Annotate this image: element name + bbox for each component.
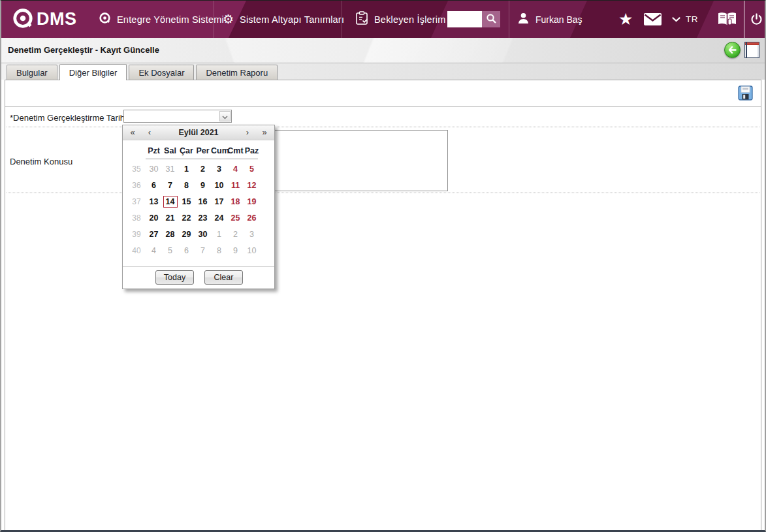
search-button[interactable] [482, 11, 500, 27]
window-icon-edge [746, 42, 747, 57]
calendar-day[interactable]: 6 [178, 245, 195, 257]
calendar-day[interactable]: 16 [195, 196, 211, 208]
back-button[interactable] [724, 42, 741, 58]
week-number: 40 [127, 246, 146, 255]
date-picker-popup: « ‹ Eylül 2021 › » PztSalÇarPerCumCmtPaz… [122, 125, 275, 289]
today-button[interactable]: Today [155, 270, 194, 285]
calendar-day[interactable]: 1 [178, 163, 195, 175]
calendar-day[interactable]: 30 [146, 163, 162, 175]
calendar-day[interactable]: 27 [146, 228, 162, 240]
calendar-day-number: 2 [196, 163, 210, 175]
calendar-day-number: 19 [245, 196, 259, 208]
calendar-day-header: Per [195, 146, 211, 155]
calendar-day[interactable]: 2 [195, 163, 211, 175]
calendar-day-number: 8 [212, 245, 227, 257]
tab-ek-dosyalar[interactable]: Ek Dosyalar [129, 65, 194, 80]
calendar-day-number: 10 [212, 180, 227, 191]
calendar-day-number: 12 [245, 180, 259, 191]
calendar-day[interactable]: 30 [195, 228, 211, 240]
calendar-day-number: 6 [147, 180, 161, 191]
calendar-day[interactable]: 22 [178, 212, 195, 224]
calendar-day-header: Paz [244, 146, 260, 155]
calendar-week-row: 3713141516171819 [127, 193, 274, 210]
menu-item-label: Bekleyen İşlerim [374, 14, 446, 25]
user-menu[interactable]: Furkan Baş [517, 1, 582, 38]
calendar-day[interactable]: 4 [146, 245, 162, 257]
tab-denetim-raporu[interactable]: Denetim Raporu [196, 65, 278, 80]
calendar-day[interactable]: 11 [227, 180, 244, 191]
save-button[interactable] [737, 86, 753, 102]
next-month-button[interactable]: › [242, 125, 253, 140]
prev-month-button[interactable]: ‹ [144, 125, 155, 140]
tab-diger-bilgiler[interactable]: Diğer Bilgiler [59, 64, 127, 80]
menu-separator [342, 1, 342, 38]
calendar-day[interactable]: 7 [162, 180, 178, 191]
calendar-day[interactable]: 2 [227, 228, 244, 240]
calendar-day[interactable]: 5 [162, 245, 178, 257]
calendar-day[interactable]: 25 [227, 212, 244, 224]
calendar-day[interactable]: 24 [211, 212, 227, 224]
calendar-day[interactable]: 13 [146, 196, 162, 208]
calendar-day-number: 31 [163, 163, 178, 175]
tab-bulgular[interactable]: Bulgular [7, 65, 57, 80]
messages-mail-icon[interactable] [644, 1, 662, 38]
calendar-day[interactable]: 8 [211, 245, 227, 257]
calendar-day[interactable]: 26 [244, 212, 260, 224]
calendar-day[interactable]: 7 [195, 245, 211, 257]
calendar-day[interactable]: 12 [244, 180, 260, 191]
calendar-day[interactable]: 6 [146, 180, 162, 191]
calendar-day-header: Cum [211, 146, 227, 155]
calendar-day-today[interactable]: 14 [162, 196, 178, 208]
calendar-day[interactable]: 5 [244, 163, 260, 175]
date-dropdown-button[interactable] [219, 111, 231, 121]
calendar-day[interactable]: 29 [178, 228, 195, 240]
calendar-day[interactable]: 28 [162, 228, 178, 240]
calendar-grid: PztSalÇarPerCumCmtPaz3530311234536678910… [123, 140, 274, 266]
search-input[interactable] [447, 11, 482, 27]
calendar-day[interactable]: 18 [227, 196, 244, 208]
calendar-day[interactable]: 21 [162, 212, 178, 224]
calendar-day[interactable]: 31 [162, 163, 178, 175]
calendar-day[interactable]: 17 [211, 196, 227, 208]
favorites-star-icon[interactable]: ★ [618, 1, 633, 38]
help-book-icon[interactable] [717, 1, 737, 38]
qdms-logo[interactable]: DMS [12, 1, 77, 38]
calendar-day[interactable]: 9 [195, 180, 211, 191]
menu-item-sistem-altyapi-tanimlari[interactable]: ⚙ Sistem Altyapı Tanımları [223, 1, 344, 38]
logout-power-icon[interactable] [750, 1, 763, 38]
calendar-day-number: 1 [212, 228, 227, 240]
chevron-down-icon [222, 110, 228, 122]
row-divider [7, 193, 759, 193]
week-number: 36 [127, 181, 146, 190]
calendar-day[interactable]: 8 [178, 180, 195, 191]
calendar-day[interactable]: 10 [244, 245, 260, 257]
calendar-day[interactable]: 9 [227, 245, 244, 257]
calendar-day[interactable]: 3 [244, 228, 260, 240]
language-chevron-down-icon[interactable] [672, 1, 680, 38]
top-navigation-bar: DMS Entegre Yönetim Sistemi ⚙ Sistem Alt… [1, 1, 765, 38]
menu-item-label: Sistem Altyapı Tanımları [240, 14, 344, 25]
calendar-day[interactable]: 1 [211, 228, 227, 240]
language-selector[interactable]: TR [686, 1, 698, 38]
new-window-icon[interactable] [744, 42, 759, 58]
calendar-day-number: 30 [147, 163, 161, 175]
date-input[interactable] [124, 110, 221, 122]
calendar-day[interactable]: 15 [178, 196, 195, 208]
calendar-day-number: 22 [180, 212, 194, 224]
row-divider [7, 127, 759, 127]
calendar-day-number: 3 [245, 228, 259, 240]
calendar-day[interactable]: 4 [227, 163, 244, 175]
calendar-day-number: 7 [196, 245, 210, 257]
page-header: Denetim Gerçekleştir - Kayıt Güncelle [1, 38, 765, 63]
calendar-day[interactable]: 19 [244, 196, 260, 208]
clear-button[interactable]: Clear [204, 270, 243, 285]
next-year-button[interactable]: » [259, 125, 270, 140]
prev-year-button[interactable]: « [127, 125, 138, 140]
calendar-day[interactable]: 20 [146, 212, 162, 224]
calendar-day[interactable]: 3 [211, 163, 227, 175]
menu-item-bekleyen-islerim[interactable]: Bekleyen İşlerim [355, 1, 446, 38]
menu-item-entegre-yonetim-sistemi[interactable]: Entegre Yönetim Sistemi [99, 1, 224, 38]
calendar-day[interactable]: 23 [195, 212, 211, 224]
calendar-day[interactable]: 10 [211, 180, 227, 191]
calendar-day-number: 5 [163, 245, 178, 257]
